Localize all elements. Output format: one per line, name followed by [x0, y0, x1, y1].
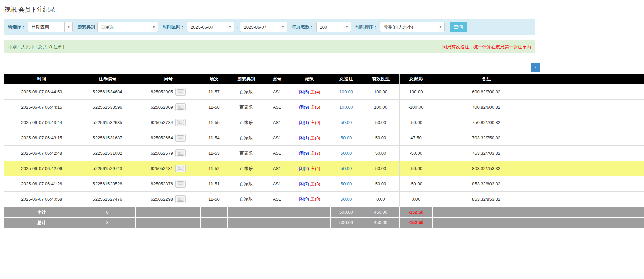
cell-result: 闲(2) 庄(4) — [289, 161, 331, 176]
date-range-separator: ~ — [236, 25, 238, 30]
cell-session: 11-54 — [201, 130, 228, 145]
round-detail-icon[interactable] — [175, 119, 186, 126]
chevron-down-icon[interactable]: ▼ — [226, 22, 234, 32]
cell-session: 11-50 — [201, 191, 228, 207]
sort-order-select[interactable]: 降幂(由大到小) ▼ — [380, 22, 445, 32]
round-detail-icon[interactable] — [175, 165, 186, 172]
cell-filler — [540, 130, 644, 145]
table-body: 2025-06-07 06:44:50522561534684625052905… — [4, 84, 644, 207]
cell-time: 2025-06-07 06:42:48 — [4, 145, 79, 161]
cell-table-no: AS1 — [265, 84, 289, 99]
date-to-select[interactable]: 2025-06-07 ▼ — [240, 22, 287, 32]
cell-time: 2025-06-07 06:43:15 — [4, 130, 79, 145]
round-number: 625052809 — [151, 105, 173, 110]
subtotal-total-bet: 500.00 — [331, 207, 362, 217]
cell-round-id: 625052809 — [136, 99, 201, 115]
chevron-down-icon[interactable]: ▼ — [64, 22, 72, 32]
total-bet-link[interactable]: 50.00 — [341, 151, 352, 156]
grand-total-empty — [265, 217, 289, 228]
cell-time: 2025-06-07 06:44:50 — [4, 84, 79, 99]
cell-total-bet: 100.00 — [331, 99, 362, 115]
chevron-down-icon[interactable]: ▼ — [150, 22, 158, 32]
cell-table-no: AS1 — [265, 161, 289, 176]
cell-time: 2025-06-07 06:42:06 — [4, 161, 79, 176]
chevron-down-icon[interactable]: ▼ — [343, 22, 351, 32]
subtotal-empty — [136, 207, 201, 217]
bet-records-table: 时间 注单编号 局号 场次 游戏类别 桌号 结果 总投注 有效投注 总派彩 备注… — [4, 74, 644, 228]
page-title: 视讯 会员下注纪录 — [4, 5, 644, 14]
cell-total-bet: 50.00 — [331, 130, 362, 145]
result-banker: 庄(9) — [310, 196, 320, 201]
cell-payout: 0.00 — [399, 191, 433, 207]
result-banker: 庄(5) — [310, 105, 320, 110]
result-player: 闲(1) — [299, 135, 309, 140]
page-size-select[interactable]: 100 ▼ — [316, 22, 351, 32]
cell-result: 闲(5) 庄(4) — [289, 84, 331, 99]
cell-bet-id: 522561531002 — [79, 145, 136, 161]
round-detail-icon[interactable] — [175, 103, 186, 111]
grand-total-count: 8 — [79, 217, 136, 228]
round-wrap: 625052654 — [151, 134, 186, 142]
grand-total-empty — [136, 217, 201, 228]
total-bet-link[interactable]: 100.00 — [339, 89, 353, 94]
round-wrap: 625052809 — [151, 103, 186, 111]
total-bet-link[interactable]: 50.00 — [341, 135, 352, 140]
round-detail-icon[interactable] — [175, 88, 186, 96]
chevron-down-icon[interactable]: ▼ — [437, 22, 444, 32]
cell-result: 闲(9) 庄(7) — [289, 145, 331, 161]
subtotal-empty — [540, 207, 644, 217]
result-banker: 庄(4) — [310, 89, 320, 94]
total-bet-link[interactable]: 50.00 — [341, 197, 352, 202]
cell-total-bet: 50.00 — [331, 191, 362, 207]
cell-session: 11-51 — [201, 176, 228, 191]
cell-round-id: 625052579 — [136, 145, 201, 161]
round-detail-icon[interactable] — [175, 180, 186, 188]
table-row: 2025-06-07 06:42:06522561529743625052481… — [4, 161, 644, 176]
cell-table-no: AS1 — [265, 145, 289, 161]
result-player: 闲(9) — [299, 105, 309, 110]
grand-total-empty — [540, 217, 644, 228]
cell-valid-bet: 50.00 — [362, 115, 399, 130]
game-type-select[interactable]: 百家乐 ▼ — [97, 22, 158, 32]
total-bet-link[interactable]: 50.00 — [341, 181, 352, 186]
pagination-prev-button[interactable]: ‹ — [531, 63, 540, 72]
cell-time: 2025-06-07 06:43:44 — [4, 115, 79, 130]
total-bet-link[interactable]: 50.00 — [341, 120, 352, 125]
round-detail-icon[interactable] — [175, 134, 186, 142]
result-banker: 庄(7) — [310, 151, 320, 156]
round-wrap: 625052905 — [151, 88, 186, 96]
subtotal-empty — [228, 207, 265, 217]
date-from-select[interactable]: 2025-06-07 ▼ — [187, 22, 234, 32]
content-top: 请选择： 日期查询 ▼ 游戏类别 百家乐 ▼ 时间区间： 2025-06-07 … — [4, 19, 535, 53]
query-type-select[interactable]: 日期查询 ▼ — [28, 22, 73, 32]
round-number: 625052654 — [151, 135, 173, 140]
chevron-down-icon[interactable]: ▼ — [279, 22, 287, 32]
round-detail-icon[interactable] — [175, 149, 186, 157]
cell-table-no: AS1 — [265, 191, 289, 207]
table-row: 2025-06-07 06:44:15522561533596625052809… — [4, 99, 644, 115]
table-row: 2025-06-07 06:44:50522561534684625052905… — [4, 84, 644, 99]
cell-total-bet: 50.00 — [331, 161, 362, 176]
cell-bet-id: 522561528528 — [79, 176, 136, 191]
game-type-label: 游戏类别 — [77, 24, 95, 30]
cell-payout: -50.00 — [399, 115, 433, 130]
cell-time: 2025-06-07 06:44:15 — [4, 99, 79, 115]
round-detail-icon[interactable] — [175, 195, 186, 203]
cell-game-type: 百家乐 — [228, 84, 265, 99]
page-size-value: 100 — [317, 22, 343, 32]
cell-valid-bet: 50.00 — [362, 130, 399, 145]
header-total-bet: 总投注 — [331, 74, 362, 84]
cell-total-bet: 50.00 — [331, 176, 362, 191]
total-bet-link[interactable]: 50.00 — [341, 166, 352, 171]
cell-round-id: 625052481 — [136, 161, 201, 176]
header-game-type: 游戏类别 — [228, 74, 265, 84]
cell-payout: -50.00 — [399, 145, 433, 161]
grand-total-total-bet: 500.00 — [331, 217, 362, 228]
cell-session: 11-52 — [201, 161, 228, 176]
search-button[interactable]: 查询 — [450, 22, 467, 32]
result-banker: 庄(9) — [310, 120, 320, 125]
table-header: 时间 注单编号 局号 场次 游戏类别 桌号 结果 总投注 有效投注 总派彩 备注 — [4, 74, 644, 84]
total-bet-link[interactable]: 100.00 — [339, 105, 353, 110]
header-time: 时间 — [4, 74, 79, 84]
round-number: 625052734 — [151, 120, 173, 125]
